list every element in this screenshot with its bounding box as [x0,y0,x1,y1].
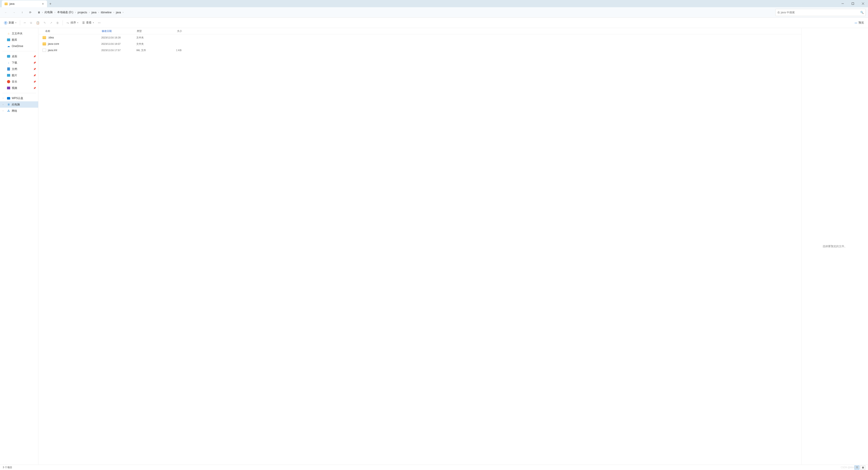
share-button[interactable]: ↗ [48,19,54,26]
expand-icon[interactable]: › [3,110,3,112]
document-icon [7,67,10,71]
details-view-toggle[interactable]: ☰ [855,466,860,470]
column-name[interactable]: 名称 [38,29,102,33]
paste-button[interactable]: 📋 [34,19,41,26]
file-type: IML 文件 [136,49,166,52]
file-name: java.iml [48,49,101,52]
caret-down-icon: ▾ [93,22,94,24]
up-button[interactable]: ↑ [19,9,26,16]
refresh-button[interactable]: ⟳ [27,9,34,16]
window-tab[interactable]: java × [2,0,47,7]
pin-icon: 📌 [33,55,36,58]
pictures-icon [7,74,10,77]
tab-close-button[interactable]: × [41,2,45,6]
cut-button[interactable]: ✂ [22,19,28,26]
caret-down-icon: ▾ [16,22,16,24]
file-row[interactable]: java-core2023/11/16 18:07文件夹 [38,41,801,47]
home-icon: ⌂ [7,32,10,35]
icons-view-toggle[interactable]: ▦ [860,466,865,470]
toolbar: 新建 ▾ ✂ ⧉ 📋 ✎ ↗ 🗑 ↑↓ 排序 ▾ ☰ 查看 ▾ ⋯ ▭ 预览 [0,18,868,28]
sidebar-pictures[interactable]: 图片📌 [0,72,38,79]
sidebar-network[interactable]: ›🖧网络 [0,108,38,114]
crumb-thispc[interactable]: 此电脑 [43,10,54,14]
expand-icon[interactable]: › [3,97,3,99]
file-date: 2023/11/16 17:57 [101,49,136,52]
sidebar-gallery[interactable]: 图库 [0,37,38,43]
sidebar-wps[interactable]: ›WPS云盘 [0,95,38,101]
file-date: 2023/11/16 18:07 [101,42,136,45]
back-button[interactable]: ← [2,9,9,16]
breadcrumb-pc-icon[interactable]: 🖥 [36,11,41,14]
file-type: 文件夹 [136,36,166,39]
new-button[interactable]: 新建 ▾ [2,19,18,26]
file-list-area: 名称 修改日期 类型 大小 .idea2023/11/16 18:28文件夹ja… [38,28,801,465]
file-date: 2023/11/16 18:28 [101,36,136,39]
crumb-java2[interactable]: java [115,11,122,14]
sidebar-music[interactable]: 音乐📌 [0,79,38,85]
maximize-button[interactable] [848,0,858,7]
sort-label: 排序 [70,21,76,25]
pin-icon: 📌 [33,87,36,89]
preview-toggle[interactable]: ▭ 预览 [853,19,866,26]
copy-icon: ⧉ [30,21,32,24]
network-icon: 🖧 [7,109,10,113]
more-button[interactable]: ⋯ [96,19,102,26]
pin-icon: 📌 [33,81,36,83]
status-bar: 3 个项目 ☰ ▦ [0,465,868,470]
sidebar-documents[interactable]: 文档📌 [0,66,38,72]
title-bar: java × + [0,0,868,7]
rename-icon: ✎ [43,21,46,24]
sidebar-downloads[interactable]: ↓下载📌 [0,59,38,66]
sort-icon: ↑↓ [66,21,69,24]
sidebar-home[interactable]: ⌂主文件夹 [0,30,38,37]
chevron-right-icon: › [113,11,114,13]
forward-button[interactable]: → [10,9,18,16]
delete-button[interactable]: 🗑 [55,19,61,26]
file-name: .idea [48,36,101,39]
new-tab-button[interactable]: + [47,0,54,7]
file-rows: .idea2023/11/16 18:28文件夹java-core2023/11… [38,34,801,53]
chevron-right-icon: › [88,11,90,13]
sidebar-onedrive[interactable]: ☁OneDrive [0,43,38,49]
view-button[interactable]: ☰ 查看 ▾ [81,19,96,26]
file-type: 文件夹 [136,42,166,46]
file-size: 1 KB [166,49,186,52]
preview-icon: ▭ [855,21,857,24]
expand-icon[interactable]: › [3,104,3,106]
sidebar-desktop[interactable]: 桌面📌 [0,53,38,59]
rename-button[interactable]: ✎ [42,19,48,26]
close-button[interactable] [858,0,868,7]
sort-button[interactable]: ↑↓ 排序 ▾ [65,19,80,26]
separator [20,20,20,25]
item-count: 3 个项目 [3,466,12,469]
sidebar: ⌂主文件夹 图库 ☁OneDrive 桌面📌 ↓下载📌 文档📌 图片📌 音乐📌 … [0,28,38,465]
folder-icon [42,36,46,39]
search-box[interactable]: 🔍 [775,9,866,16]
column-type[interactable]: 类型 [137,29,166,33]
cloud-icon [7,96,10,100]
folder-icon [42,42,46,46]
copy-button[interactable]: ⧉ [28,19,34,26]
file-row[interactable]: .idea2023/11/16 18:28文件夹 [38,34,801,41]
crumb-ittimeline[interactable]: ittimeline [99,11,113,14]
search-input[interactable] [777,11,860,14]
chevron-right-icon: › [74,11,76,13]
file-row[interactable]: java.iml2023/11/16 17:57IML 文件1 KB [38,47,801,53]
crumb-drive[interactable]: 本地磁盘 (D:) [56,10,74,14]
column-size[interactable]: 大小 [166,29,186,33]
minimize-button[interactable] [837,0,848,7]
column-date[interactable]: 修改日期 [102,29,137,33]
sidebar-videos[interactable]: 视频📌 [0,85,38,91]
view-icon: ☰ [82,21,85,24]
search-icon[interactable]: 🔍 [860,11,864,14]
breadcrumb: 🖥 › 此电脑 › 本地磁盘 (D:) › projects › java › … [35,9,774,16]
crumb-projects[interactable]: projects [76,11,88,14]
cut-icon: ✂ [24,21,26,24]
plus-circle-icon [4,21,7,24]
onedrive-icon: ☁ [7,44,10,48]
window-controls [837,0,868,7]
sidebar-thispc[interactable]: ›🖥此电脑 [0,101,38,108]
pin-icon: 📌 [33,68,36,70]
crumb-java1[interactable]: java [90,11,98,14]
view-label: 查看 [86,21,92,25]
